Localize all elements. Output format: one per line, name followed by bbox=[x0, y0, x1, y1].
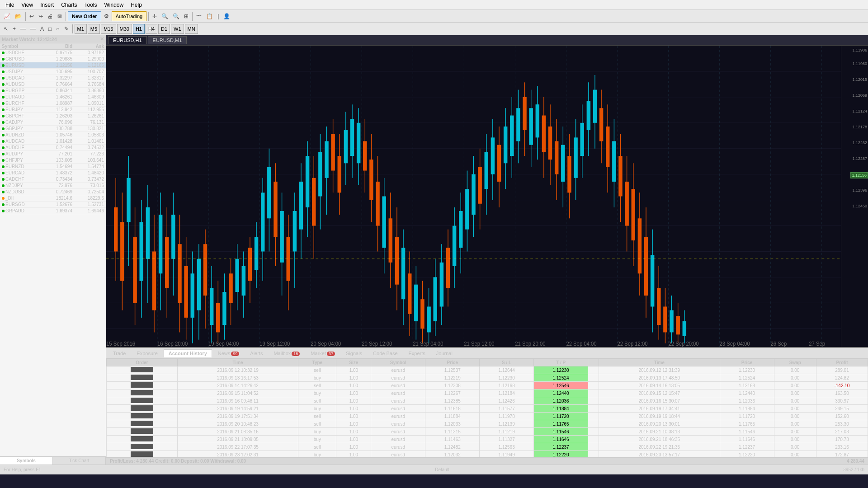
td-spacer bbox=[588, 420, 599, 428]
mw-row[interactable]: AUDCAD 1.01428 1.01461 bbox=[0, 138, 106, 145]
tf-mn[interactable]: MN bbox=[185, 24, 198, 34]
new-chart-btn[interactable]: 📈 bbox=[2, 12, 12, 20]
symbol-name: EURAUD bbox=[5, 94, 24, 99]
mw-row[interactable]: NZDJPY 72.976 73.016 bbox=[0, 183, 106, 189]
symbol-dot bbox=[2, 184, 5, 187]
mw-row[interactable]: GBPJPY 130.788 130.821 bbox=[0, 126, 106, 132]
new-order-button[interactable]: New Order bbox=[68, 11, 101, 21]
mw-row[interactable]: EURCHF 1.08987 1.09011 bbox=[0, 100, 106, 107]
td-time: 2016.09.15 11:04:52 bbox=[177, 389, 298, 397]
mw-row[interactable]: CHFJPY 103.605 103.641 bbox=[0, 157, 106, 164]
tf-m30[interactable]: M30 bbox=[117, 24, 132, 34]
undo-btn[interactable]: ↩ bbox=[28, 12, 36, 20]
td-price: 1.11884 bbox=[425, 413, 480, 420]
mw-row[interactable]: CADJPY 76.096 76.131 bbox=[0, 119, 106, 126]
tf-m1[interactable]: M1 bbox=[75, 24, 87, 34]
auto-trading-button[interactable]: AutoTrading bbox=[112, 11, 147, 21]
mw-tab-tick-chart[interactable]: Tick Chart bbox=[53, 457, 106, 465]
redo-btn[interactable]: ↪ bbox=[37, 12, 45, 20]
mailbox-badge: 18 bbox=[292, 352, 300, 356]
tab-market[interactable]: Market37 bbox=[306, 349, 340, 357]
hline-tool[interactable]: — bbox=[28, 25, 38, 33]
tf-m15[interactable]: M15 bbox=[101, 24, 116, 34]
algo-btn[interactable]: ⚙ bbox=[102, 12, 111, 20]
mw-row[interactable]: EURJPY 112.942 112.955 bbox=[0, 107, 106, 113]
menu-help[interactable]: Help bbox=[127, 1, 146, 9]
mw-row[interactable]: AUDNZD 1.05746 1.05803 bbox=[0, 132, 106, 138]
open-btn[interactable]: 📂 bbox=[13, 12, 24, 20]
tab-account-history[interactable]: Account History bbox=[164, 349, 212, 357]
mw-row[interactable]: GRPAUD 1.69374 1.69446 bbox=[0, 208, 106, 214]
tab-news[interactable]: News99 bbox=[213, 349, 245, 357]
tf-h1[interactable]: H1 bbox=[133, 24, 145, 34]
tab-mailbox[interactable]: Mailbox18 bbox=[269, 349, 305, 357]
print-btn[interactable]: 🖨 bbox=[46, 12, 55, 20]
indicator-btn[interactable]: 〜 bbox=[194, 11, 203, 21]
line-tool[interactable]: — bbox=[19, 25, 28, 33]
mw-row[interactable]: EURGBP 0.86341 0.86360 bbox=[0, 88, 106, 94]
market-watch-close[interactable]: ✕ bbox=[100, 36, 104, 42]
text-tool[interactable]: A bbox=[38, 25, 46, 33]
symbol-bid: 72.976 bbox=[36, 183, 72, 188]
td-swap: 0.00 bbox=[774, 428, 816, 436]
period-sep-btn[interactable]: | bbox=[216, 12, 221, 20]
mw-row[interactable]: EURNZD 1.54694 1.54774 bbox=[0, 164, 106, 170]
crosshair-btn[interactable]: ✛ bbox=[151, 12, 159, 20]
mw-row[interactable]: USDCHF 0.97175 0.97182 bbox=[0, 50, 106, 56]
tab-alerts[interactable]: Alerts bbox=[245, 349, 268, 357]
tf-h4[interactable]: H4 bbox=[146, 24, 157, 34]
menu-tools[interactable]: Tools bbox=[81, 1, 101, 9]
menu-charts[interactable]: Charts bbox=[57, 1, 80, 9]
mw-row[interactable]: GBPCHF 1.26203 1.26261 bbox=[0, 113, 106, 119]
mw-row[interactable]: AUDCHF 0.74494 0.74532 bbox=[0, 145, 106, 151]
tf-m5[interactable]: M5 bbox=[88, 24, 100, 34]
tab-journal[interactable]: Journal bbox=[431, 349, 458, 357]
td-close-price: 1.12036 bbox=[720, 397, 774, 405]
mw-row[interactable]: NZDUSD 0.72469 0.72504 bbox=[0, 189, 106, 195]
cursor-tool[interactable]: ↖ bbox=[2, 25, 10, 33]
table-row: 2016.09.13 16:17:53 buy 1.00 eurusd 1.12… bbox=[107, 374, 868, 382]
td-sl: 1.12139 bbox=[480, 420, 534, 428]
mw-row[interactable]: EURCAD 1.48372 1.48420 bbox=[0, 170, 106, 176]
menu-insert[interactable]: Insert bbox=[37, 1, 57, 9]
mw-row[interactable]: EURUSD 1.12156 1.12166 bbox=[0, 62, 106, 69]
ellipse-tool[interactable]: ○ bbox=[54, 25, 61, 33]
email-btn[interactable]: ✉ bbox=[56, 12, 64, 20]
draw-tool[interactable]: ✎ bbox=[62, 25, 71, 33]
menu-window[interactable]: Window bbox=[101, 1, 127, 9]
tf-w1[interactable]: W1 bbox=[171, 24, 184, 34]
mw-row[interactable]: _DII 18214.6 18229.5 bbox=[0, 195, 106, 202]
tab-trade[interactable]: Trade bbox=[108, 349, 131, 357]
mw-tab-symbols[interactable]: Symbols bbox=[0, 457, 53, 465]
template-btn[interactable]: 📋 bbox=[204, 12, 215, 20]
chart-tab-eurusd-h1[interactable]: EURUSD,H1 bbox=[108, 36, 147, 44]
tf-d1[interactable]: D1 bbox=[158, 24, 170, 34]
symbol-bid: 1.01428 bbox=[36, 139, 72, 144]
mw-row[interactable]: EURAUD 1.46261 1.46309 bbox=[0, 94, 106, 100]
menu-view[interactable]: View bbox=[18, 1, 37, 9]
td-type: buy bbox=[298, 451, 336, 458]
tab-experts[interactable]: Experts bbox=[404, 349, 430, 357]
crosshair-tool[interactable]: + bbox=[11, 25, 18, 33]
mw-row[interactable]: GBPUSD 1.29885 1.29900 bbox=[0, 56, 106, 62]
mw-row[interactable]: EURSGD 1.52676 1.52731 bbox=[0, 202, 106, 208]
chart-tab-eurusd-m1[interactable]: EURUSD,M1 bbox=[148, 36, 187, 44]
fit-btn[interactable]: ⊞ bbox=[182, 12, 190, 20]
tab-signals[interactable]: Signals bbox=[341, 349, 367, 357]
mw-row[interactable]: CADCHF 0.73434 0.73472 bbox=[0, 176, 106, 183]
menu-file[interactable]: File bbox=[2, 1, 18, 9]
svg-rect-137 bbox=[465, 189, 469, 229]
mw-row[interactable]: USDJPY 100.695 100.707 bbox=[0, 69, 106, 75]
tab-code-base[interactable]: Code Base bbox=[368, 349, 402, 357]
profile-btn[interactable]: 👤 bbox=[222, 12, 232, 20]
mw-row[interactable]: USDCAD 1.32297 1.32317 bbox=[0, 75, 106, 81]
mw-row[interactable]: AUDJPY 77.201 77.223 bbox=[0, 151, 106, 157]
mw-row[interactable]: AUDUSD 0.76664 0.76684 bbox=[0, 81, 106, 88]
symbol-ask: 1.69446 bbox=[72, 208, 104, 213]
tab-exposure[interactable]: Exposure bbox=[132, 349, 162, 357]
chart-canvas[interactable]: EURUSD,H1 bbox=[106, 46, 841, 347]
zoom-in-btn[interactable]: 🔍 bbox=[160, 12, 170, 20]
td-order bbox=[107, 366, 178, 374]
rect-tool[interactable]: □ bbox=[47, 25, 53, 33]
zoom-out-btn[interactable]: 🔍 bbox=[171, 12, 181, 20]
